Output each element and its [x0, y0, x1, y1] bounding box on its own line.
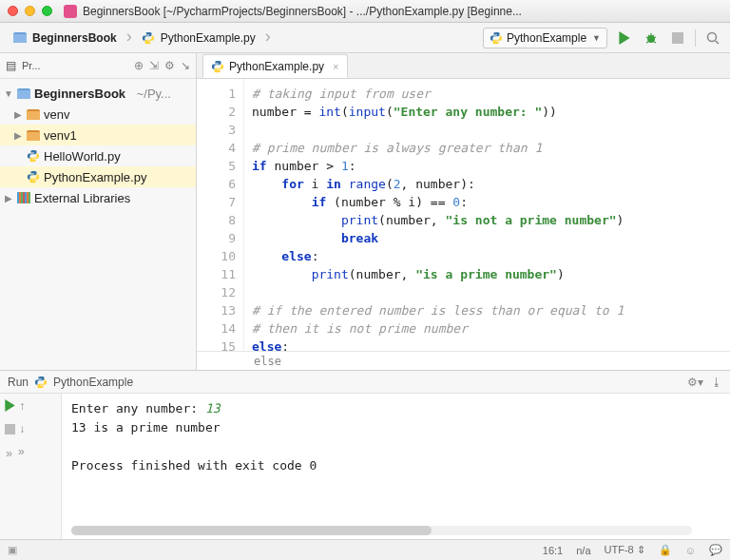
chat-icon[interactable]: 💬	[709, 544, 722, 556]
python-file-icon	[27, 170, 40, 183]
main-toolbar: BeginnersBook › PythonExample.py › Pytho…	[0, 23, 730, 53]
python-file-icon	[142, 31, 155, 45]
horizontal-scrollbar[interactable]	[71, 526, 692, 535]
console-line: 13 is a prime number	[71, 418, 720, 437]
status-linesep[interactable]: n/a	[576, 545, 590, 556]
search-button[interactable]	[703, 29, 722, 48]
tree-item-venv1[interactable]: ▶ venv1	[0, 125, 196, 145]
breadcrumb-file-label: PythonExample.py	[161, 31, 256, 45]
chevron-right-icon: ›	[126, 27, 132, 47]
scrollbar-thumb[interactable]	[71, 526, 432, 535]
editor-breadcrumb[interactable]: else	[197, 351, 730, 370]
code-editor[interactable]: 12345678910111213141516 # taking input f…	[197, 79, 730, 351]
run-body: » ↑ ↓ » Enter any number: 13 13 is a pri…	[0, 394, 730, 539]
close-icon[interactable]	[8, 6, 18, 16]
chevron-right-icon: ›	[265, 27, 271, 47]
console-line: Process finished with exit code 0	[71, 456, 720, 475]
status-encoding[interactable]: UTF-8 ⇕	[605, 544, 645, 556]
run-console[interactable]: Enter any number: 13 13 is a prime numbe…	[61, 394, 730, 539]
tree-item-pythonexample[interactable]: PythonExample.py	[0, 166, 196, 187]
gear-icon[interactable]: ⚙	[164, 59, 175, 72]
folder-icon	[27, 109, 40, 120]
chevron-right-icon[interactable]: ▶	[4, 193, 13, 203]
debug-button[interactable]	[642, 29, 661, 48]
collapse-all-icon[interactable]: ⇲	[149, 59, 159, 72]
scroll-from-source-icon[interactable]: ⊕	[134, 59, 144, 72]
close-icon[interactable]: ×	[333, 61, 338, 72]
editor-tabstrip: PythonExample.py ×	[197, 53, 730, 79]
stop-button[interactable]	[5, 424, 15, 437]
project-tool-title: Pr...	[22, 60, 41, 71]
console-line: Enter any number: 13	[71, 399, 720, 418]
zoom-icon[interactable]	[42, 6, 52, 16]
lock-icon[interactable]: 🔒	[659, 544, 672, 556]
tree-item-venv[interactable]: ▶ venv	[0, 104, 196, 125]
rerun-button[interactable]	[4, 399, 16, 415]
inspector-icon[interactable]: ☺	[685, 545, 696, 556]
run-tool-title: PythonExample	[53, 376, 133, 389]
editor-lines[interactable]: # taking input from usernumber = int(inp…	[244, 79, 624, 351]
window-controls	[8, 6, 52, 16]
breadcrumb-project-label: BeginnersBook	[32, 31, 117, 45]
console-prompt: Enter any number:	[71, 401, 205, 415]
python-file-icon	[27, 149, 40, 163]
stop-button[interactable]	[668, 29, 687, 48]
down-icon[interactable]: ↓	[19, 422, 25, 435]
folder-icon	[13, 32, 27, 43]
tree-external-libraries[interactable]: ▶ External Libraries	[0, 187, 196, 208]
console-blank	[71, 437, 720, 456]
tool-windows-icon[interactable]: ▣	[8, 544, 17, 556]
editor-gutter: 12345678910111213141516	[197, 79, 244, 351]
python-file-icon	[34, 376, 48, 389]
editor-tab[interactable]: PythonExample.py ×	[202, 54, 348, 78]
svg-rect-5	[5, 424, 15, 434]
console-input-value: 13	[205, 401, 221, 415]
more-icon[interactable]: »	[18, 445, 27, 458]
tree-item-label: External Libraries	[34, 191, 130, 205]
window-title: BeginnersBook [~/PycharmProjects/Beginne…	[83, 5, 722, 18]
tree-project-root[interactable]: ▼ BeginnersBook ~/Py...	[0, 83, 196, 104]
run-tool-window: Run PythonExample ⚙▾ ⭳ » ↑ ↓ » Enter any…	[0, 370, 730, 539]
minimize-icon[interactable]	[25, 6, 35, 16]
app-icon	[64, 5, 77, 18]
main-split: ▤ Pr... ⊕ ⇲ ⚙ ↘ ▼ BeginnersBook ~/Py... …	[0, 53, 730, 370]
hide-icon[interactable]: ↘	[181, 59, 190, 72]
svg-point-4	[708, 32, 717, 41]
chevron-down-icon[interactable]: ▼	[4, 88, 13, 99]
tree-item-label: venv	[44, 107, 69, 122]
project-view-icon: ▤	[6, 59, 16, 72]
svg-point-1	[150, 41, 151, 42]
run-config-selector[interactable]: PythonExample ▼	[483, 28, 607, 48]
run-tool-header: Run PythonExample ⚙▾ ⭳	[0, 371, 730, 394]
window-titlebar: BeginnersBook [~/PycharmProjects/Beginne…	[0, 0, 730, 23]
run-button[interactable]	[615, 29, 634, 48]
breadcrumb-file[interactable]: PythonExample.py	[136, 29, 261, 47]
tree-item-helloworld[interactable]: HelloWorld.py	[0, 145, 196, 166]
svg-point-2	[647, 35, 655, 43]
breadcrumb-project[interactable]: BeginnersBook	[8, 29, 123, 47]
project-tree[interactable]: ▼ BeginnersBook ~/Py... ▶ venv ▶ venv1 H…	[0, 79, 196, 212]
svg-rect-3	[672, 32, 683, 44]
chevron-right-icon[interactable]: ▶	[13, 109, 23, 120]
project-root-path: ~/Py...	[137, 87, 171, 101]
separator	[695, 29, 696, 47]
run-tool-title-prefix: Run	[8, 376, 29, 389]
run-side-toolbar: » ↑ ↓ »	[0, 394, 61, 539]
project-root-label: BeginnersBook	[34, 87, 125, 101]
up-icon[interactable]: ↑	[19, 399, 25, 413]
tree-item-label: PythonExample.py	[44, 170, 146, 184]
chevron-right-icon[interactable]: ▶	[13, 130, 23, 141]
chevron-down-icon: ▼	[592, 33, 601, 43]
folder-icon	[27, 130, 40, 141]
svg-point-0	[144, 33, 145, 34]
editor-breadcrumb-label: else	[254, 355, 281, 368]
editor-tab-label: PythonExample.py	[229, 60, 324, 73]
status-cursor[interactable]: 16:1	[543, 545, 563, 556]
gear-icon[interactable]: ⚙▾	[687, 376, 703, 389]
status-bar: ▣ 16:1 n/a UTF-8 ⇕ 🔒 ☺ 💬	[0, 539, 730, 560]
run-config-label: PythonExample	[507, 31, 586, 45]
more-icon[interactable]: »	[6, 447, 14, 460]
download-icon[interactable]: ⭳	[711, 376, 722, 389]
python-file-icon	[211, 60, 224, 73]
folder-icon	[17, 88, 30, 99]
